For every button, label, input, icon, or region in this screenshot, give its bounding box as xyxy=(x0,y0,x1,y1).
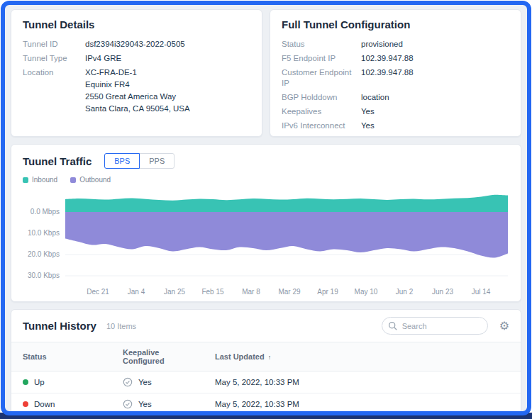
field-value: location xyxy=(361,92,389,103)
tunnel-config-card: Full Tunnel Configuration Status provisi… xyxy=(270,9,521,137)
tunnel-config-title: Full Tunnel Configuration xyxy=(282,18,509,30)
traffic-area-chart: 0.0 Mbps10.0 Kbps20.0 Kbps30.0 KbpsDec 2… xyxy=(23,186,512,298)
svg-text:Mar 29: Mar 29 xyxy=(278,288,301,296)
top-row: Tunnel Details Tunnel ID dsf2394i329043-… xyxy=(11,9,521,137)
traffic-header: Tuunel Traffic BPS PPS xyxy=(23,153,509,169)
legend-item-outbound[interactable]: Outbound xyxy=(70,176,111,184)
address-line: XC-FRA-DE-1 xyxy=(85,67,190,78)
svg-text:Jun 23: Jun 23 xyxy=(432,288,453,296)
field-label: IPv4 Interconnect xyxy=(282,135,361,137)
search-input[interactable] xyxy=(382,317,488,335)
chart-legend: Inbound Outbound xyxy=(23,176,509,184)
field-f5-endpoint: F5 Endpoint IP 102.39.947.88 xyxy=(282,53,509,64)
outbound-swatch xyxy=(70,177,76,183)
svg-text:30.0 Kbps: 30.0 Kbps xyxy=(28,272,60,279)
field-value: IPv4 GRE xyxy=(85,53,121,64)
field-ipv6-interconnect: IPv6 Interconnect Yes xyxy=(282,121,509,131)
table-row[interactable]: Up Yes May 5, 2022, 10:33 PM xyxy=(11,371,521,393)
traffic-title: Tuunel Traffic xyxy=(23,155,92,167)
legend-item-inbound[interactable]: Inbound xyxy=(23,176,57,184)
unit-toggle: BPS PPS xyxy=(104,153,174,169)
field-label: IPv6 Interconnect xyxy=(282,121,361,131)
column-header-status[interactable]: Status xyxy=(11,342,111,371)
svg-text:Jan 4: Jan 4 xyxy=(128,288,145,296)
field-value: XC-FRA-DE-1 Equinix FR4 2550 Great Ameri… xyxy=(85,67,190,116)
field-label: F5 Endpoint IP xyxy=(282,53,361,64)
address-line: Equinix FR4 xyxy=(85,79,190,90)
keepalive-text: Yes xyxy=(138,378,152,386)
field-keepalives: Keepalives Yes xyxy=(282,106,509,117)
field-customer-endpoint: Customer Endpoint IP 102.39.947.88 xyxy=(282,67,509,89)
history-title: Tunnel History xyxy=(23,320,96,332)
column-header-keepalive[interactable]: Keepalive Configured xyxy=(111,342,204,371)
field-tunnel-id: Tunnel ID dsf2394i329043-2022-0505 xyxy=(23,39,250,50)
table-row[interactable]: Down Yes May 5, 2022, 10:33 PM xyxy=(11,393,521,415)
field-value: 102.39.947.88 xyxy=(361,53,414,64)
svg-text:Jan 25: Jan 25 xyxy=(164,288,185,296)
field-ipv4-interconnect: IPv4 Interconnect Yes xyxy=(282,135,509,137)
tunnel-details-title: Tunnel Details xyxy=(23,18,250,30)
svg-text:Jul 14: Jul 14 xyxy=(472,288,491,296)
column-header-last-updated[interactable]: Last Updated↑ xyxy=(204,342,521,371)
pps-button[interactable]: PPS xyxy=(139,153,174,169)
field-value: Yes xyxy=(361,106,375,117)
svg-text:Mar 8: Mar 8 xyxy=(242,288,260,296)
gear-icon[interactable]: ⚙ xyxy=(499,320,509,332)
svg-text:20.0 Kbps: 20.0 Kbps xyxy=(28,250,60,258)
page-frame: Tunnel Details Tunnel ID dsf2394i329043-… xyxy=(1,1,531,415)
keepalive-text: Yes xyxy=(138,400,152,408)
table-row[interactable]: Down Yes May 5, 2022, 10:33 PM xyxy=(11,415,521,416)
sort-ascending-icon[interactable]: ↑ xyxy=(268,354,272,361)
address-line: 2550 Great America Way xyxy=(85,91,190,102)
last-updated-text: May 5, 2022, 10:33 PM xyxy=(204,415,521,416)
last-updated-text: May 5, 2022, 10:33 PM xyxy=(204,393,521,415)
tunnel-history-card: Tunnel History 10 Items ⚙ Status xyxy=(11,309,521,415)
svg-text:May 10: May 10 xyxy=(355,288,378,296)
check-circle-icon xyxy=(123,377,133,387)
svg-text:Apr 19: Apr 19 xyxy=(317,288,338,296)
dashboard-page: Tunnel Details Tunnel ID dsf2394i329043-… xyxy=(5,5,527,415)
inbound-swatch xyxy=(23,177,28,183)
tunnel-history-table: Status Keepalive Configured Last Updated… xyxy=(11,342,521,415)
field-label: Keepalives xyxy=(282,106,361,117)
bps-button[interactable]: BPS xyxy=(104,153,140,169)
check-circle-icon xyxy=(123,399,133,409)
field-label: Customer Endpoint IP xyxy=(282,67,361,89)
field-status: Status provisioned xyxy=(282,39,509,50)
legend-label: Inbound xyxy=(32,176,57,184)
field-bgp-holddown: BGP Holddown location xyxy=(282,92,509,103)
svg-text:0.0 Mbps: 0.0 Mbps xyxy=(31,208,60,216)
field-value: provisioned xyxy=(361,39,403,50)
search-box xyxy=(382,317,488,335)
field-label: Tunnel Type xyxy=(23,53,85,64)
field-label: Status xyxy=(282,39,361,50)
search-icon xyxy=(388,321,397,330)
table-header-row: Status Keepalive Configured Last Updated… xyxy=(11,342,521,371)
status-text: Up xyxy=(34,378,45,386)
field-value: Yes xyxy=(361,135,375,137)
field-label: BGP Holddown xyxy=(282,92,361,103)
tunnel-details-card: Tunnel Details Tunnel ID dsf2394i329043-… xyxy=(11,9,262,137)
field-value: Yes xyxy=(361,121,375,131)
svg-text:Dec 21: Dec 21 xyxy=(87,288,109,296)
svg-text:10.0 Kbps: 10.0 Kbps xyxy=(28,229,60,237)
history-header: Tunnel History 10 Items ⚙ xyxy=(11,310,521,342)
field-label: Location xyxy=(23,67,85,116)
last-updated-text: May 5, 2022, 10:33 PM xyxy=(204,371,521,393)
address-line: Santa Clara, CA 95054, USA xyxy=(85,104,190,114)
status-dot xyxy=(23,379,28,385)
svg-text:Feb 15: Feb 15 xyxy=(201,288,224,296)
tunnel-traffic-card: Tuunel Traffic BPS PPS Inbound Outbound … xyxy=(11,144,521,302)
field-label: Tunnel ID xyxy=(23,39,85,50)
field-value: 102.39.947.88 xyxy=(361,67,414,89)
field-value: dsf2394i329043-2022-0505 xyxy=(85,39,185,50)
field-tunnel-type: Tunnel Type IPv4 GRE xyxy=(23,53,250,64)
column-label: Last Updated xyxy=(215,352,265,361)
status-text: Down xyxy=(34,400,55,408)
legend-label: Outbound xyxy=(79,176,111,184)
field-location: Location XC-FRA-DE-1 Equinix FR4 2550 Gr… xyxy=(23,67,250,116)
items-count: 10 Items xyxy=(106,322,136,330)
svg-text:Jun 2: Jun 2 xyxy=(396,288,414,296)
status-dot xyxy=(23,401,28,407)
